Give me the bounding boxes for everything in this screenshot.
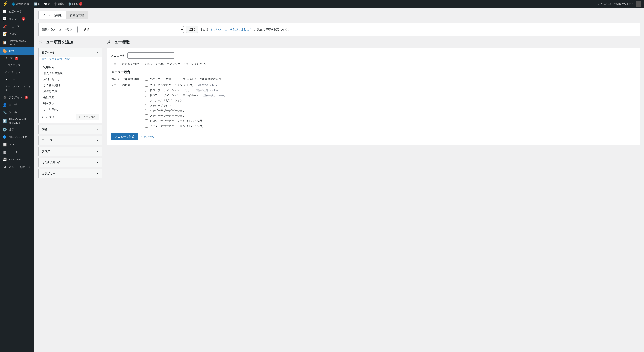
sidebar-item-customize[interactable]: カスタマイズ	[0, 62, 34, 69]
create-menu-button[interactable]: メニューを作成	[111, 133, 138, 140]
list-item[interactable]: よくある質問	[42, 82, 99, 88]
position-footer-sub: フッターサブナビゲーション	[145, 114, 226, 118]
auto-add-checkbox-row: このメニューに新しいトップレベルページを自動的に追加	[145, 77, 222, 81]
sidebar-item-widgets[interactable]: ウィジェット	[0, 69, 34, 76]
list-item[interactable]: 料金プラン	[42, 100, 99, 106]
checkbox-follow-box[interactable]	[145, 104, 148, 107]
accordion-header-blog[interactable]: ブログ ▼	[38, 147, 102, 156]
sidebar-label-theme: テーマ	[5, 57, 13, 60]
position-label-follow-box: フォローボックス	[150, 104, 172, 107]
accordion-header-posts[interactable]: 投稿 ▼	[38, 125, 102, 134]
adminbar-seo[interactable]: ⚙️ SEO 7	[66, 0, 84, 8]
checkbox-footer-sub[interactable]	[145, 114, 148, 117]
tools-icon: 🔧	[2, 110, 7, 114]
list-item[interactable]: 会社概要	[42, 94, 99, 100]
list-item[interactable]: お客様の声	[42, 88, 99, 94]
sidebar-item-plugins[interactable]: 🔌 プラグイン 3	[0, 94, 34, 101]
checkbox-drawer-sub[interactable]	[145, 119, 148, 122]
cancel-button[interactable]: キャンセル	[141, 135, 154, 139]
auto-add-checkbox[interactable]	[145, 78, 148, 81]
sidebar-item-menu[interactable]: メニュー	[0, 76, 34, 83]
accordion-header-fixed-pages[interactable]: 固定ページ ▲	[38, 48, 102, 57]
menu-name-input[interactable]	[128, 53, 174, 59]
sidebar-item-theme-file-editor[interactable]: テーマファイルエディター	[0, 83, 34, 94]
sidebar-label-snow-monkey-forms: Snow Monkey Forms	[8, 39, 32, 46]
sidebar-item-users[interactable]: 👤 ユーザー	[0, 101, 34, 109]
position-footer-fixed: フッター固定ナビゲーション（モバイル用）	[145, 124, 226, 128]
accordion-label-custom-link: カスタムリンク	[42, 161, 61, 164]
checkbox-drawer-nav[interactable]	[145, 94, 148, 97]
sidebar-item-settings[interactable]: ⚙️ 設定	[0, 126, 34, 133]
sidebar-item-comments[interactable]: 💬 コメント 2	[0, 15, 34, 23]
position-row: メニューの位置 グローバルナビゲーション（PC用） （現在の設定: header…	[111, 83, 635, 128]
backwpup-icon: 💾	[2, 157, 7, 161]
sidebar-item-blog[interactable]: 📝 ブログ	[0, 30, 34, 38]
sidebar-item-snow-monkey-forms[interactable]: 📋 Snow Monkey Forms	[0, 38, 34, 47]
checkbox-drop-nav[interactable]	[145, 89, 148, 92]
left-panel: メニュー項目を追加 固定ページ ▲ 最近 すべて表示 検索	[38, 40, 102, 180]
list-item[interactable]: 利用規約	[42, 64, 99, 70]
sidebar-item-theme[interactable]: テーマ 3	[0, 55, 34, 62]
position-drawer-sub: ドロワーサブナビゲーション（モバイル用）	[145, 119, 226, 123]
sidebar-label-news: ニュース	[8, 25, 20, 28]
sidebar-label-blog: ブログ	[8, 32, 17, 36]
accordion-label-category: カテゴリー	[42, 172, 56, 175]
menu-name-row: メニュー名	[111, 53, 635, 59]
accordion-header-category[interactable]: カテゴリー ▼	[38, 169, 102, 178]
user-avatar[interactable]	[636, 1, 642, 7]
sidebar-item-cpt-ui[interactable]: ▦ CPT UI	[0, 148, 34, 156]
sidebar-label-menu: メニュー	[5, 78, 15, 81]
accordion-header-news[interactable]: ニュース ▼	[38, 136, 102, 145]
select-all-link[interactable]: すべて選択	[42, 115, 54, 119]
accordion-header-custom-link[interactable]: カスタムリンク ▼	[38, 158, 102, 167]
sidebar-item-fixed-pages[interactable]: 📄 固定ページ	[0, 8, 34, 15]
sidebar-item-news[interactable]: 📌 ニュース	[0, 23, 34, 30]
comments-icon: 💬	[2, 17, 7, 21]
menu-select[interactable]: — 選択 —	[77, 26, 184, 33]
auto-add-option-text: このメニューに新しいトップレベルページを自動的に追加	[150, 77, 222, 81]
accordion-tab-bar: 最近 すべて表示 検索	[42, 57, 99, 63]
close-menu-icon: ◀	[2, 165, 7, 169]
checkbox-header-sub[interactable]	[145, 109, 148, 112]
comments-icon: 💬	[44, 2, 47, 6]
plus-icon: ➕	[54, 2, 57, 6]
sidebar-item-all-in-one-wp-migration[interactable]: ⬆️ All-in-One WP Migration	[0, 116, 34, 126]
accordion-tab-recent[interactable]: 最近	[42, 57, 47, 62]
seo-badge: 7	[79, 2, 82, 6]
sidebar-item-all-in-one-seo[interactable]: 🔷 All in One SEO	[0, 133, 34, 141]
list-item[interactable]: お問い合わせ	[42, 76, 99, 82]
list-item[interactable]: 個人情報保護法	[42, 70, 99, 76]
accordion-label-news: ニュース	[42, 138, 53, 142]
list-item[interactable]: サービス紹介	[42, 106, 99, 112]
sidebar-label-aio-seo: All in One SEO	[8, 135, 27, 139]
adminbar-site[interactable]: 🌐 World Web	[10, 0, 32, 8]
position-social-nav: ソーシャルナビゲーション	[145, 99, 226, 102]
select-button[interactable]: 選択	[186, 26, 198, 33]
create-menu-link[interactable]: 新しいメニューを作成しましょう	[210, 28, 252, 31]
adminbar-comments[interactable]: 💬 2	[42, 0, 52, 8]
adminbar-new[interactable]: ➕ 新規	[52, 0, 66, 8]
sidebar-label-migration: All-in-One WP Migration	[8, 118, 32, 124]
menu-hint: メニューに名前をつけ、「メニューを作成」ボタンをクリックしてください。	[111, 62, 635, 66]
adminbar-updates[interactable]: 🔄 6	[32, 0, 42, 8]
checkbox-global-nav[interactable]	[145, 84, 148, 87]
accordion-tab-all[interactable]: すべて表示	[49, 57, 62, 62]
save-reminder: 。変更の保存をお忘れなく。	[254, 28, 290, 31]
add-to-menu-button[interactable]: メニューに追加	[76, 114, 99, 120]
right-section-title: メニュー構造	[106, 40, 640, 45]
accordion-tab-search[interactable]: 検索	[64, 57, 70, 62]
admin-bar: ⚡ 🌐 World Web 🔄 6 💬 2 ➕ 新規 ⚙️ SEO 7 こんにち…	[0, 0, 644, 8]
sidebar-item-appearance[interactable]: 🎨 外観	[0, 47, 34, 55]
sidebar-label-appearance: 外観	[8, 49, 14, 53]
checkbox-social-nav[interactable]	[145, 99, 148, 102]
sidebar-item-backwpup[interactable]: 💾 BackWPup	[0, 156, 34, 163]
sidebar-item-acf[interactable]: 🔲 ACF	[0, 141, 34, 148]
sidebar-item-close-menu[interactable]: ◀ メニューを閉じる	[0, 163, 34, 171]
position-label-drawer-nav: ドロワーナビゲーション（モバイル用）	[150, 93, 199, 97]
sidebar-item-tools[interactable]: 🔧 ツール	[0, 109, 34, 116]
tab-manage-position[interactable]: 位置を管理	[66, 11, 88, 20]
tab-edit-menu[interactable]: メニューを編集	[38, 11, 66, 20]
checkbox-footer-fixed[interactable]	[145, 125, 148, 128]
sidebar-label-theme-file-editor: テーマファイルエディター	[5, 85, 32, 92]
sidebar-label-close-menu: メニューを閉じる	[8, 165, 31, 169]
